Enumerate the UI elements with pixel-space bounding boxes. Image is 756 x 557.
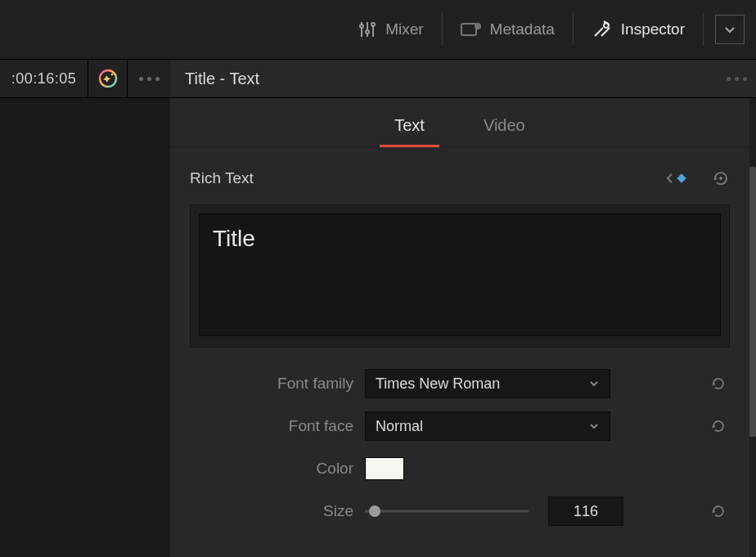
section-header: Rich Text [190, 160, 730, 196]
chevron-down-icon [588, 378, 600, 389]
options-menu-left[interactable] [128, 59, 170, 98]
font-family-select[interactable]: Times New Roman [365, 369, 610, 398]
inspector-button[interactable]: Inspector [577, 15, 700, 44]
magic-wand-button[interactable] [88, 59, 128, 98]
add-keyframe-button[interactable] [712, 169, 730, 187]
tab-text[interactable]: Text [385, 116, 434, 146]
chevron-down-icon [723, 23, 736, 36]
clip-title-text: Title - Text [185, 70, 259, 88]
toolbar-divider [573, 13, 574, 46]
timecode-value: :00:16:05 [11, 70, 77, 88]
size-label: Size [190, 502, 353, 520]
inspector-panel: Text Video Rich Text [170, 98, 756, 557]
inspector-label: Inspector [621, 20, 685, 38]
size-input[interactable] [548, 496, 623, 526]
mixer-icon [358, 20, 377, 39]
tab-text-label: Text [394, 116, 425, 134]
font-face-row: Font face Normal [190, 405, 730, 447]
size-row: Size [190, 490, 730, 532]
tab-video-label: Video [484, 116, 525, 134]
section-title: Rich Text [190, 169, 254, 187]
metadata-icon [461, 21, 482, 38]
size-slider[interactable] [365, 503, 529, 519]
rich-text-section: Rich Text [170, 147, 749, 348]
mixer-label: Mixer [385, 20, 423, 38]
font-face-reset[interactable] [707, 415, 730, 438]
section-tools [666, 169, 730, 187]
timecode-display[interactable]: :00:16:05 [0, 59, 88, 98]
font-face-label: Font face [190, 417, 353, 435]
font-family-reset[interactable] [707, 372, 730, 395]
font-family-row: Font family Times New Roman [190, 362, 730, 405]
keyframe-reset-icon [712, 169, 730, 187]
slider-track [365, 510, 529, 513]
inspector-tabs: Text Video [170, 98, 749, 147]
font-face-select[interactable]: Normal [365, 411, 610, 441]
clip-header-row: :00:16:05 Title - Text [0, 59, 756, 98]
mixer-button[interactable]: Mixer [343, 15, 438, 44]
svg-rect-6 [461, 24, 476, 35]
main-area: Text Video Rich Text [0, 98, 756, 557]
clip-title: Title - Text [170, 59, 717, 98]
reset-icon [710, 418, 727, 434]
font-face-value: Normal [376, 418, 423, 435]
metadata-label: Metadata [490, 20, 555, 38]
chevron-down-icon [588, 420, 600, 432]
text-editor-frame [190, 204, 730, 348]
svg-point-13 [110, 74, 113, 76]
slider-thumb[interactable] [369, 505, 380, 517]
reset-icon [710, 503, 727, 519]
metadata-button[interactable]: Metadata [446, 15, 569, 44]
text-properties: Font family Times New Roman Font [170, 348, 749, 532]
color-swatch[interactable] [365, 457, 404, 480]
svg-point-3 [366, 30, 369, 34]
font-family-label: Font family [190, 375, 353, 393]
sparkle-icon [97, 68, 119, 89]
svg-rect-14 [677, 173, 686, 182]
options-menu-right[interactable] [717, 59, 756, 98]
color-row: Color [190, 447, 730, 490]
top-toolbar: Mixer Metadata Inspector [0, 0, 756, 59]
color-label: Color [190, 460, 353, 478]
tab-video[interactable]: Video [474, 116, 535, 146]
inspector-icon [592, 20, 613, 39]
reset-icon [710, 375, 727, 392]
rich-text-input[interactable] [199, 213, 721, 336]
svg-point-5 [371, 23, 375, 26]
size-reset[interactable] [707, 500, 730, 523]
chevron-left-icon [666, 173, 674, 184]
toolbar-divider [442, 13, 443, 46]
keyframe-diamond-icon [676, 173, 687, 184]
toolbar-divider [703, 13, 704, 46]
scrollbar-thumb[interactable] [749, 167, 756, 437]
scrollbar[interactable] [749, 167, 756, 557]
font-family-value: Times New Roman [376, 375, 500, 393]
svg-point-1 [360, 25, 363, 28]
keyframe-nav[interactable] [666, 173, 697, 184]
svg-point-8 [477, 25, 479, 27]
left-panel [0, 98, 170, 557]
expand-panel-button[interactable] [715, 15, 745, 44]
